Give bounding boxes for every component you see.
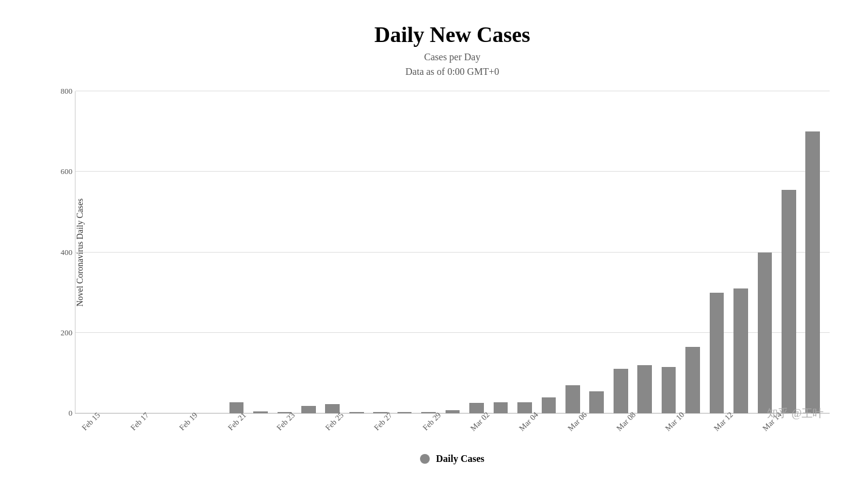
legend-dot (420, 454, 430, 464)
watermark: 知乎 @王叶 (767, 406, 824, 421)
bar (685, 347, 700, 413)
bar-group (585, 91, 609, 413)
bar-group (705, 91, 729, 413)
bar-group (801, 91, 825, 413)
bar-group (464, 91, 488, 413)
x-tick-label: Mar 04 (517, 410, 541, 433)
bar-group (609, 91, 632, 413)
bar-group (177, 91, 200, 413)
y-tick-label: 200 (48, 328, 72, 338)
chart-title: Daily New Cases (75, 22, 830, 47)
x-axis: Feb 15Feb 17Feb 19Feb 21Feb 23Feb 25Feb … (75, 413, 830, 450)
bars-container (75, 91, 830, 413)
x-tick-label: Mar 12 (712, 410, 735, 433)
bar (589, 391, 604, 413)
x-tick-label: Mar 02 (469, 410, 492, 433)
bar-group (393, 91, 416, 413)
y-tick-label: 800 (48, 86, 72, 96)
legend-label: Daily Cases (436, 453, 485, 464)
bar-group (200, 91, 224, 413)
bar-group (537, 91, 561, 413)
legend: Daily Cases (75, 453, 830, 464)
bar-group (441, 91, 464, 413)
chart-area: 8006004002000 Feb 15Feb 17Feb 19Feb 21Fe… (75, 91, 830, 414)
bar-group (273, 91, 296, 413)
bar-group (345, 91, 368, 413)
bar-group (681, 91, 704, 413)
x-tick-label: Feb 15 (80, 410, 102, 433)
y-tick-label: 400 (48, 248, 72, 257)
bar (805, 131, 820, 413)
bar (517, 402, 532, 414)
y-tick-label: 600 (48, 167, 72, 176)
x-tick-label: Mar 10 (663, 410, 687, 433)
x-tick-label: Feb 21 (226, 410, 248, 433)
bar (637, 365, 652, 413)
bar-group (489, 91, 513, 413)
bar (494, 402, 508, 414)
bar-group (128, 91, 152, 413)
chart-container: Daily New Cases Cases per Day Data as of… (14, 10, 854, 472)
bar (469, 403, 484, 413)
bar (733, 288, 748, 413)
bar (758, 253, 772, 414)
bar-group (777, 91, 800, 413)
bar-group (368, 91, 392, 413)
bar-group (104, 91, 128, 413)
bar-group (561, 91, 584, 413)
bar (301, 406, 316, 413)
x-tick-label: Feb 25 (323, 410, 346, 433)
bar (782, 190, 796, 413)
bar (710, 293, 724, 413)
y-tick-label: 0 (48, 408, 72, 418)
bar (662, 367, 676, 413)
x-tick-label: Feb 27 (372, 410, 394, 433)
bar-group (321, 91, 345, 413)
chart-subtitle: Cases per Day Data as of 0:00 GMT+0 (75, 50, 830, 79)
bar-group (152, 91, 176, 413)
bar-group (729, 91, 752, 413)
bar-group (513, 91, 536, 413)
bar-group (632, 91, 656, 413)
bar-group (416, 91, 440, 413)
x-tick-label: Mar 08 (615, 410, 638, 433)
x-tick-label: Feb 29 (421, 410, 443, 433)
x-tick-label: Mar 06 (566, 410, 589, 433)
x-tick-label: Feb 17 (128, 410, 151, 433)
bar (565, 385, 580, 413)
bar-group (80, 91, 104, 413)
bar-group (657, 91, 681, 413)
bar-group (753, 91, 777, 413)
bar-group (248, 91, 272, 413)
x-tick-label: Feb 19 (177, 410, 200, 433)
bar (614, 369, 628, 413)
bar-group (296, 91, 320, 413)
x-tick-label: Feb 23 (275, 410, 297, 433)
bar (542, 397, 556, 413)
bar-group (225, 91, 248, 413)
